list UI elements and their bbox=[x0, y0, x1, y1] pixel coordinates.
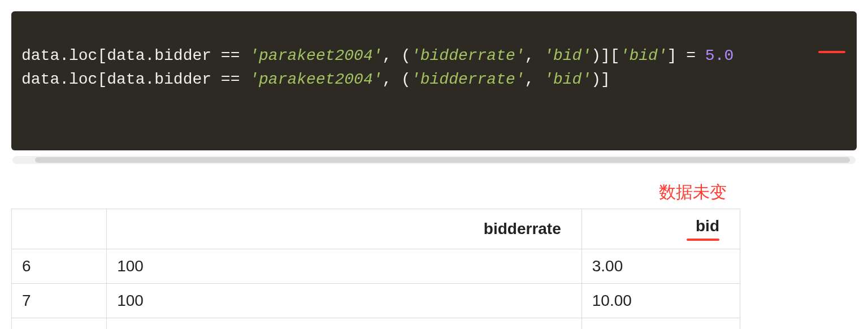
cell-index: 7 bbox=[12, 284, 107, 318]
table-header-bid: bid bbox=[581, 209, 740, 249]
code-text: )][ bbox=[591, 47, 619, 64]
scrollbar-horizontal[interactable] bbox=[12, 156, 856, 164]
dataframe-table: bidderrate bid 6 100 3.00 7 100 10.00 8 … bbox=[11, 209, 740, 329]
code-number: 5.0 bbox=[705, 47, 734, 64]
table-row: 6 100 3.00 bbox=[12, 249, 740, 284]
table-row: 8 100 24.99 bbox=[12, 318, 740, 330]
code-text: )] bbox=[591, 71, 610, 88]
code-text: , bbox=[525, 47, 544, 64]
code-text: , bbox=[525, 71, 544, 88]
cell-bidderrate: 100 bbox=[107, 284, 582, 318]
code-string: 'parakeet2004' bbox=[249, 47, 382, 64]
code-string: 'bid' bbox=[620, 47, 667, 64]
table-header-index bbox=[12, 209, 107, 249]
underline-annotation-icon bbox=[818, 51, 845, 53]
code-text: ] = bbox=[667, 47, 705, 64]
table-header-bidderrate: bidderrate bbox=[107, 209, 582, 249]
cell-bidderrate: 100 bbox=[107, 249, 582, 284]
cell-bid: 3.00 bbox=[581, 249, 740, 284]
scrollbar-thumb[interactable] bbox=[35, 157, 850, 163]
cell-bid: 10.00 bbox=[581, 284, 740, 318]
cell-bidderrate: 100 bbox=[107, 318, 582, 330]
code-text: data.loc[data.bidder == bbox=[21, 71, 249, 88]
code-string: 'bid' bbox=[544, 71, 591, 88]
cell-bid: 24.99 bbox=[581, 318, 740, 330]
code-line-1: data.loc[data.bidder == 'parakeet2004', … bbox=[21, 47, 734, 64]
table-row: 7 100 10.00 bbox=[12, 284, 740, 318]
annotation-row: 数据未变 bbox=[11, 181, 857, 204]
table-header-bid-label: bid bbox=[696, 217, 719, 235]
code-block: data.loc[data.bidder == 'parakeet2004', … bbox=[11, 11, 857, 150]
code-text: , ( bbox=[383, 47, 411, 64]
code-string: 'parakeet2004' bbox=[249, 71, 382, 88]
page-root: data.loc[data.bidder == 'parakeet2004', … bbox=[0, 0, 868, 329]
cell-index: 6 bbox=[12, 249, 107, 284]
code-line-2: data.loc[data.bidder == 'parakeet2004', … bbox=[21, 71, 610, 88]
code-string: 'bidderrate' bbox=[411, 47, 525, 64]
underline-annotation-icon bbox=[687, 239, 719, 241]
table-header-row: bidderrate bid bbox=[12, 209, 740, 249]
cell-index: 8 bbox=[12, 318, 107, 330]
annotation-text: 数据未变 bbox=[659, 183, 727, 201]
code-text: data.loc[data.bidder == bbox=[21, 47, 249, 64]
code-string: 'bid' bbox=[544, 47, 591, 64]
code-string: 'bidderrate' bbox=[411, 71, 525, 88]
code-text: , ( bbox=[383, 71, 411, 88]
